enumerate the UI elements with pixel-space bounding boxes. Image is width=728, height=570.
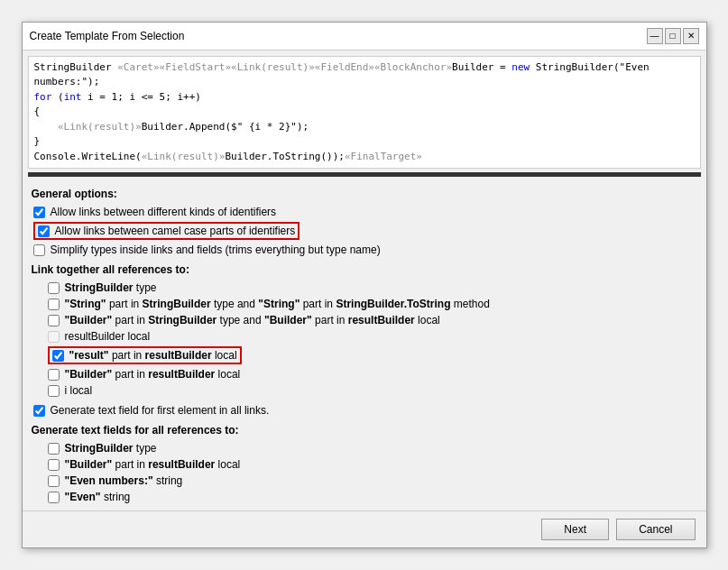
generate-first-row: Generate text field for first element in…	[33, 402, 697, 418]
close-button[interactable]: ✕	[683, 28, 699, 44]
ga-even-string[interactable]	[48, 475, 60, 487]
result-part-highlight: "result" part in resultBuilder local	[48, 346, 242, 364]
camel-case-highlight: Allow links between camel case parts of …	[33, 222, 300, 240]
chk-simplify-label[interactable]: Simplify types inside links and fields (…	[51, 244, 381, 256]
lt-string-part[interactable]	[48, 299, 60, 310]
chk-camel-case-row: Allow links between camel case parts of …	[33, 220, 697, 242]
maximize-button[interactable]: □	[665, 28, 681, 44]
title-bar: Create Template From Selection — □ ✕	[23, 23, 706, 51]
chk-different-kinds-label[interactable]: Allow links between different kinds of i…	[51, 206, 277, 218]
lt-sb-type-row: StringBuilder type	[48, 280, 697, 296]
chk-simplify-row: Simplify types inside links and fields (…	[33, 242, 697, 258]
ga-even-row: "Even" string	[48, 489, 697, 505]
lt-result-part[interactable]	[52, 350, 64, 362]
code-line-4: «Link(result)»Builder.Append($" {i * 2}"…	[34, 120, 695, 135]
lt-builder-local-row: "Builder" part in resultBuilder local	[48, 366, 697, 382]
lt-sb-type[interactable]	[48, 282, 60, 294]
general-options-label: General options:	[32, 188, 697, 200]
chk-simplify[interactable]	[33, 244, 45, 256]
options-panel: General options: Allow links between dif…	[23, 177, 706, 510]
chk-camel-case[interactable]	[38, 225, 50, 237]
lt-i-local-row: i local	[48, 382, 697, 399]
chk-different-kinds-row: Allow links between different kinds of i…	[33, 204, 697, 220]
lt-sb-type-label[interactable]: StringBuilder type	[65, 281, 157, 294]
ga-sb-type-row: StringBuilder type	[48, 440, 697, 456]
next-button[interactable]: Next	[541, 519, 609, 540]
lt-string-part-label[interactable]: "String" part in StringBuilder type and …	[65, 298, 490, 310]
generate-first[interactable]	[33, 405, 45, 417]
ga-sb-type-label[interactable]: StringBuilder type	[65, 442, 157, 455]
lt-builder-local-label[interactable]: "Builder" part in resultBuilder local	[65, 368, 241, 381]
lt-i-local[interactable]	[48, 385, 60, 397]
dialog: Create Template From Selection — □ ✕ Str…	[22, 22, 707, 549]
ga-even-label[interactable]: "Even" string	[65, 491, 131, 503]
lt-string-part-row: "String" part in StringBuilder type and …	[48, 296, 697, 312]
lt-builder-type[interactable]	[48, 315, 60, 326]
code-line-6: Console.WriteLine(«Link(result)»Builder.…	[34, 150, 695, 165]
ga-sb-type[interactable]	[48, 443, 60, 455]
ga-even-string-label[interactable]: "Even numbers:" string	[65, 474, 183, 487]
cancel-button[interactable]: Cancel	[616, 519, 695, 540]
bottom-bar: Next Cancel	[23, 510, 706, 547]
lt-builder-local[interactable]	[48, 369, 60, 381]
lt-resultbuilder	[48, 331, 60, 343]
minimize-button[interactable]: —	[647, 28, 663, 44]
lt-resultbuilder-row: resultBuilder local	[48, 328, 697, 345]
lt-result-part-label[interactable]: "result" part in resultBuilder local	[69, 349, 237, 362]
ga-builder-local-label[interactable]: "Builder" part in resultBuilder local	[65, 458, 241, 471]
ga-even[interactable]	[48, 492, 60, 503]
title-bar-controls: — □ ✕	[647, 28, 699, 44]
lt-builder-type-label[interactable]: "Builder" part in StringBuilder type and…	[65, 314, 440, 326]
code-preview: StringBuilder «Caret»«FieldStart»«Link(r…	[28, 56, 701, 170]
lt-result-part-row: "result" part in resultBuilder local	[48, 345, 697, 366]
generate-first-label[interactable]: Generate text field for first element in…	[51, 404, 270, 417]
lt-builder-type-row: "Builder" part in StringBuilder type and…	[48, 312, 697, 328]
ga-builder-local[interactable]	[48, 459, 60, 471]
code-line-5: }	[34, 134, 695, 150]
ga-even-string-row: "Even numbers:" string	[48, 473, 697, 489]
code-line-2: for (int i = 1; i <= 5; i++)	[34, 90, 695, 106]
dialog-title: Create Template From Selection	[30, 30, 185, 42]
ga-builder-local-row: "Builder" part in resultBuilder local	[48, 456, 697, 473]
code-line-3: {	[34, 105, 695, 120]
chk-camel-case-label[interactable]: Allow links between camel case parts of …	[55, 225, 296, 237]
code-line-1: StringBuilder «Caret»«FieldStart»«Link(r…	[34, 60, 695, 90]
link-together-label: Link together all references to:	[32, 263, 697, 276]
lt-i-local-label[interactable]: i local	[65, 384, 93, 397]
chk-different-kinds[interactable]	[33, 207, 45, 218]
generate-all-label: Generate text fields for all references …	[32, 424, 697, 437]
lt-resultbuilder-label: resultBuilder local	[65, 330, 151, 343]
